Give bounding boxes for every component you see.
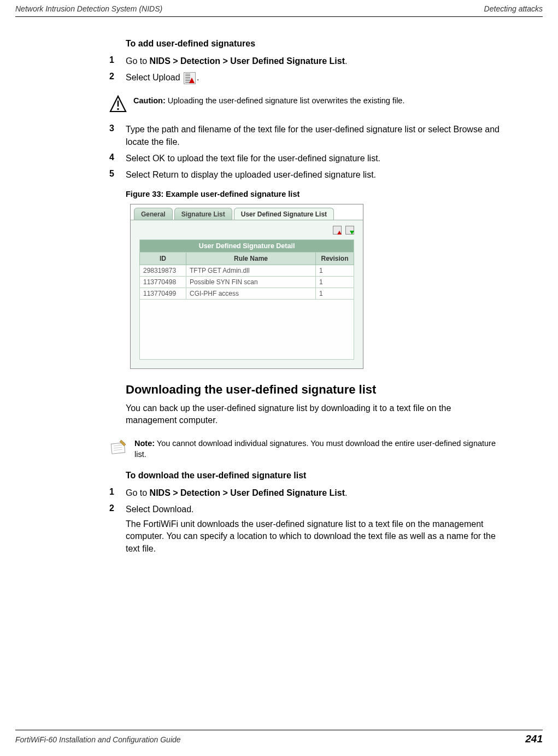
step-text: Type the path and filename of the text f… xyxy=(126,124,503,148)
step-2c: 2 Select Download. The FortiWiFi unit do… xyxy=(109,503,503,555)
table-title-row: User Defined Signature Detail xyxy=(140,239,354,252)
warning-icon xyxy=(109,95,127,113)
table-row: 113770498 Possible SYN FIN scan 1 xyxy=(140,276,354,288)
add-signatures-title: To add user-defined signatures xyxy=(126,39,503,49)
page-header: Network Intrusion Detection System (NIDS… xyxy=(0,0,558,15)
header-right: Detecting attacks xyxy=(484,4,543,13)
step-number: 2 xyxy=(109,503,126,513)
step-number: 1 xyxy=(109,55,126,65)
table-header-row: ID Rule Name Revision xyxy=(140,252,354,265)
note-callout: Note: You cannot download individual sig… xyxy=(109,438,503,460)
cell-id: 113770499 xyxy=(140,288,186,299)
download-intro: You can back up the user-defined signatu… xyxy=(126,402,503,427)
action-icons xyxy=(139,226,354,239)
table-empty-area xyxy=(140,299,354,359)
step-5: 5 Select Return to display the uploaded … xyxy=(109,169,503,181)
note-text: Note: You cannot download individual sig… xyxy=(134,438,503,460)
tab-signature-list[interactable]: Signature List xyxy=(174,208,232,220)
download-heading: Downloading the user-defined signature l… xyxy=(126,383,503,397)
col-revision: Revision xyxy=(316,252,354,265)
step-number: 3 xyxy=(109,124,126,133)
table-row: 113770499 CGI-PHF access 1 xyxy=(140,288,354,299)
table-row: 298319873 TFTP GET Admin.dll 1 xyxy=(140,265,354,276)
cell-name: Possible SYN FIN scan xyxy=(186,276,316,288)
step-text: Select Download. The FortiWiFi unit down… xyxy=(126,503,503,555)
tab-general[interactable]: General xyxy=(134,208,173,220)
tabs-row: General Signature List User Defined Sign… xyxy=(131,204,363,220)
cell-name: CGI-PHF access xyxy=(186,288,316,299)
empty-space xyxy=(140,299,354,359)
figure-caption: Figure 33: Example user-defined signatur… xyxy=(126,190,503,198)
upload-icon xyxy=(184,72,196,84)
step-number: 1 xyxy=(109,487,126,497)
step-1a: 1 Go to NIDS > Detection > User Defined … xyxy=(109,55,503,67)
cell-rev: 1 xyxy=(316,276,354,288)
cell-id: 113770498 xyxy=(140,276,186,288)
upload-icon[interactable] xyxy=(333,226,342,235)
step-1c: 1 Go to NIDS > Detection > User Defined … xyxy=(109,487,503,499)
cell-name: TFTP GET Admin.dll xyxy=(186,265,316,276)
step-text: Select Return to display the uploaded us… xyxy=(126,169,503,181)
tab-user-defined-signature-list[interactable]: User Defined Signature List xyxy=(234,208,334,220)
step-3: 3 Type the path and filename of the text… xyxy=(109,124,503,148)
download-icon[interactable] xyxy=(345,226,354,235)
col-id: ID xyxy=(140,252,186,265)
note-icon xyxy=(109,438,129,454)
step-text: Select OK to upload the text file for th… xyxy=(126,153,503,165)
step-2a: 2 Select Upload . xyxy=(109,72,503,84)
cell-id: 298319873 xyxy=(140,265,186,276)
step-number: 4 xyxy=(109,153,126,162)
signature-table: User Defined Signature Detail ID Rule Na… xyxy=(139,239,354,360)
download-sub-title: To download the user-defined signature l… xyxy=(126,471,503,480)
table-title: User Defined Signature Detail xyxy=(140,239,354,252)
col-rule-name: Rule Name xyxy=(186,252,316,265)
tab-body: User Defined Signature Detail ID Rule Na… xyxy=(131,220,363,368)
figure-screenshot: General Signature List User Defined Sign… xyxy=(130,204,363,369)
step-4: 4 Select OK to upload the text file for … xyxy=(109,153,503,165)
step-text: Go to NIDS > Detection > User Defined Si… xyxy=(126,487,503,499)
step-number: 5 xyxy=(109,169,126,179)
page-footer: FortiWiFi-60 Installation and Configurat… xyxy=(0,730,558,745)
caution-text: Caution: Uploading the user-defined sign… xyxy=(133,95,503,106)
header-left: Network Intrusion Detection System (NIDS… xyxy=(15,4,162,13)
content-area: To add user-defined signatures 1 Go to N… xyxy=(0,17,558,555)
footer-rule xyxy=(15,730,543,730)
page-number: 241 xyxy=(525,733,543,745)
footer-title: FortiWiFi-60 Installation and Configurat… xyxy=(15,735,181,744)
cell-rev: 1 xyxy=(316,265,354,276)
caution-callout: Caution: Uploading the user-defined sign… xyxy=(109,95,503,113)
step-number: 2 xyxy=(109,72,126,81)
cell-rev: 1 xyxy=(316,288,354,299)
step-text: Select Upload . xyxy=(126,72,503,84)
step-text: Go to NIDS > Detection > User Defined Si… xyxy=(126,55,503,67)
svg-point-2 xyxy=(117,108,119,110)
